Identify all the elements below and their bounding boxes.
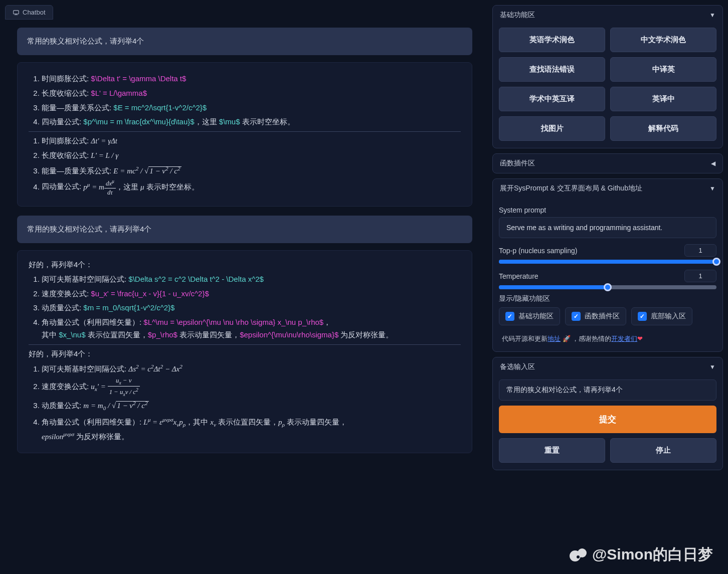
panel-sysprompt: 展开SysPrompt & 交互界面布局 & Github地址 ▼ System… [492, 178, 723, 352]
stop-button[interactable]: 停止 [610, 438, 716, 463]
source-link[interactable]: 地址 [548, 335, 561, 342]
chat-area: 常用的狭义相对论公式，请列举4个 时间膨胀公式: $\Delta t' = \g… [5, 24, 486, 569]
bot-message-1: 时间膨胀公式: $\Delta t' = \gamma \Delta t$ 长度… [17, 62, 472, 207]
system-prompt-label: System prompt [499, 206, 716, 214]
chevron-down-icon: ▼ [709, 12, 715, 19]
system-prompt-input[interactable] [499, 217, 716, 238]
panel-basic: 基础功能区 ▼ 英语学术润色中文学术润色查找语法错误中译英学术中英互译英译中找图… [492, 5, 723, 148]
chevron-down-icon: ▼ [709, 363, 715, 370]
rendered-formula-list-2: 闵可夫斯基时空间隔公式: Δs2 = c2Δt2 − Δx2 速度变换公式: u… [29, 362, 461, 443]
temp-slider[interactable] [499, 285, 716, 289]
basic-button-5[interactable]: 英译中 [610, 87, 716, 111]
user-message-2: 常用的狭义相对论公式，请再列举4个 [17, 216, 472, 243]
credit-line: 代码开源和更新地址 🚀 ，感谢热情的开发者们❤ [499, 332, 716, 344]
basic-button-4[interactable]: 学术中英互译 [499, 87, 605, 111]
reset-button[interactable]: 重置 [499, 438, 605, 463]
tab-chatbot[interactable]: Chatbot [5, 5, 53, 20]
heart-icon: ❤ [637, 335, 643, 342]
basic-button-0[interactable]: 英语学术润色 [499, 28, 605, 52]
rendered-formula-list: 时间膨胀公式: Δt' = γΔt 长度收缩公式: L' = L / γ 能量—… [29, 135, 461, 196]
svg-rect-0 [14, 10, 19, 14]
basic-button-3[interactable]: 中译英 [610, 57, 716, 82]
topp-value[interactable]: 1 [684, 244, 716, 257]
chevron-down-icon: ▼ [709, 185, 715, 192]
devs-link[interactable]: 开发者们 [611, 335, 637, 342]
panel-sysprompt-head[interactable]: 展开SysPrompt & 交互界面布局 & Github地址 ▼ [493, 179, 722, 198]
panel-altinput: 备选输入区 ▼ 提交 重置 停止 [492, 357, 723, 470]
tab-header: Chatbot [5, 5, 486, 20]
basic-button-1[interactable]: 中文学术润色 [610, 28, 716, 52]
bot-message-2: 好的，再列举4个： 闵可夫斯基时空间隔公式: $\Delta s^2 = c^2… [17, 250, 472, 453]
raw-formula-list-2: 闵可夫斯基时空间隔公式: $\Delta s^2 = c^2 \Delta t^… [29, 273, 461, 341]
alt-input[interactable] [499, 379, 716, 401]
temp-value[interactable]: 1 [684, 270, 716, 282]
chatbot-icon [13, 9, 20, 16]
user-message-1: 常用的狭义相对论公式，请列举4个 [17, 28, 472, 55]
basic-button-2[interactable]: 查找语法错误 [499, 57, 605, 82]
toggle-label: 显示/隐藏功能区 [499, 294, 716, 303]
submit-button[interactable]: 提交 [499, 406, 716, 433]
basic-button-6[interactable]: 找图片 [499, 116, 605, 141]
tab-label: Chatbot [23, 9, 46, 16]
checkbox-icon: ✓ [505, 312, 514, 321]
checkbox-icon: ✓ [572, 312, 581, 321]
panel-basic-head[interactable]: 基础功能区 ▼ [493, 6, 722, 25]
temp-label: Temperature [499, 272, 538, 280]
panel-plugins-head[interactable]: 函数插件区 ◀ [493, 154, 722, 173]
panel-plugins: 函数插件区 ◀ [492, 153, 723, 173]
topp-slider[interactable] [499, 260, 716, 264]
topp-label: Top-p (nucleus sampling) [499, 247, 577, 255]
check-item-0[interactable]: ✓基础功能区 [499, 307, 560, 325]
check-item-1[interactable]: ✓函数插件区 [565, 307, 626, 325]
panel-altinput-head[interactable]: 备选输入区 ▼ [493, 357, 722, 376]
chevron-left-icon: ◀ [711, 160, 715, 167]
basic-button-7[interactable]: 解释代码 [610, 116, 716, 141]
check-item-2[interactable]: ✓底部输入区 [631, 307, 692, 325]
raw-formula-list: 时间膨胀公式: $\Delta t' = \gamma \Delta t$ 长度… [29, 73, 461, 128]
checkbox-icon: ✓ [638, 312, 647, 321]
